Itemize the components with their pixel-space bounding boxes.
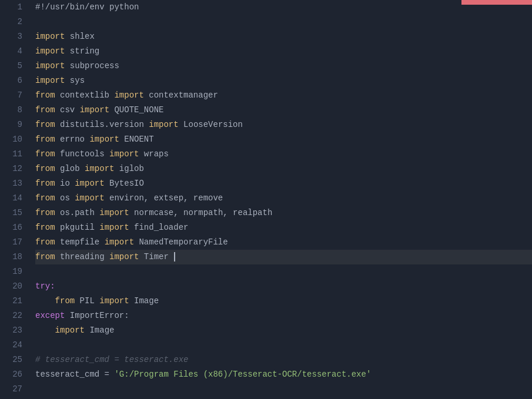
token: import (89, 135, 119, 144)
token: functools (55, 149, 109, 159)
line-number: 16 (0, 220, 22, 235)
token: import (114, 90, 143, 100)
code-line (35, 15, 532, 29)
token: import (80, 105, 109, 115)
token: except (35, 311, 65, 320)
line-number: 24 (0, 338, 22, 353)
token: contextlib (55, 90, 115, 100)
token: find_loader (129, 223, 189, 232)
token: import (75, 193, 104, 203)
code-line: from os.path import normcase, normpath, … (35, 206, 532, 220)
line-number: 22 (0, 309, 22, 323)
token: 'G:/Program Files (x86)/Tesseract-OCR/te… (114, 370, 371, 379)
token: Image (85, 326, 114, 335)
token: subprocess (65, 61, 119, 71)
line-number: 4 (0, 44, 22, 59)
code-line: from pkgutil import find_loader (35, 220, 532, 235)
line-numbers: 1234567891011121314151617181920212223242… (0, 0, 29, 399)
token: try: (35, 281, 55, 291)
token: import (75, 179, 104, 188)
line-number: 18 (0, 250, 22, 264)
code-line: import Image (35, 323, 532, 338)
token: pkgutil (55, 223, 100, 232)
token: contextmanager (144, 90, 218, 100)
token: errno (55, 135, 90, 144)
token: from (35, 149, 55, 159)
line-number: 17 (0, 235, 22, 250)
code-line: import sys (35, 73, 532, 88)
token: from (35, 237, 55, 247)
code-line: except ImportError: (35, 309, 532, 323)
token: import (85, 164, 114, 173)
token (35, 326, 55, 335)
line-number: 26 (0, 367, 22, 382)
line-number: 7 (0, 88, 22, 103)
token: import (35, 46, 65, 56)
code-line: import shlex (35, 29, 532, 44)
token: import (55, 326, 85, 335)
code-line: from threading import Timer (35, 250, 532, 264)
code-line: tesseract_cmd = 'G:/Program Files (x86)/… (35, 367, 532, 382)
token: import (99, 208, 129, 217)
token: iglob (114, 164, 143, 173)
token: threading (55, 252, 109, 261)
code-line: from csv import QUOTE_NONE (35, 103, 532, 118)
code-editor: 1234567891011121314151617181920212223242… (0, 0, 532, 399)
token: # tesseract_cmd = tesseract.exe (35, 355, 188, 364)
token: import (99, 296, 129, 306)
token: from (35, 193, 55, 203)
token: from (35, 135, 55, 144)
token: QUOTE_NONE (109, 105, 163, 115)
code-line (35, 382, 532, 397)
code-content[interactable]: #!/usr/bin/env pythonimport shleximport … (29, 0, 532, 399)
code-line (35, 338, 532, 353)
token: import (105, 237, 134, 247)
top-bar-indicator (461, 0, 532, 5)
code-line: from distutils.version import LooseVersi… (35, 118, 532, 132)
token: from (35, 120, 55, 129)
code-line: from tempfile import NamedTemporaryFile (35, 235, 532, 250)
line-number: 19 (0, 264, 22, 279)
token: tempfile (55, 237, 105, 247)
line-number: 2 (0, 15, 22, 29)
code-line: from os import environ, extsep, remove (35, 191, 532, 206)
code-line: from errno import ENOENT (35, 132, 532, 147)
token: import (109, 252, 139, 261)
token: shlex (65, 32, 94, 41)
line-number: 6 (0, 73, 22, 88)
token: tesseract_cmd = (35, 370, 114, 379)
code-line: # tesseract_cmd = tesseract.exe (35, 353, 532, 367)
text-cursor (174, 252, 175, 261)
code-line: from io import BytesIO (35, 176, 532, 191)
token: BytesIO (105, 179, 144, 188)
token: ImportError: (65, 311, 129, 320)
token: csv (55, 105, 80, 115)
line-number: 11 (0, 147, 22, 162)
token: distutils.version (55, 120, 149, 129)
code-line: from glob import iglob (35, 162, 532, 176)
line-number: 8 (0, 103, 22, 118)
token: Image (129, 296, 159, 306)
token: import (35, 61, 65, 71)
token: os.path (55, 208, 100, 217)
line-number: 21 (0, 294, 22, 309)
token: environ, extsep, remove (105, 193, 223, 203)
token: io (55, 179, 75, 188)
token: from (35, 208, 55, 217)
token: import (35, 32, 65, 41)
code-line: from contextlib import contextmanager (35, 88, 532, 103)
token: Timer (139, 252, 173, 261)
line-number: 25 (0, 353, 22, 367)
token: from (35, 179, 55, 188)
token: from (35, 252, 55, 261)
token: ENOENT (119, 135, 154, 144)
token: NamedTemporaryFile (134, 237, 228, 247)
token: sys (65, 76, 85, 85)
line-number: 20 (0, 279, 22, 294)
code-line: try: (35, 279, 532, 294)
token: import (149, 120, 178, 129)
line-number: 13 (0, 176, 22, 191)
line-number: 27 (0, 382, 22, 397)
token: glob (55, 164, 85, 173)
line-number: 12 (0, 162, 22, 176)
